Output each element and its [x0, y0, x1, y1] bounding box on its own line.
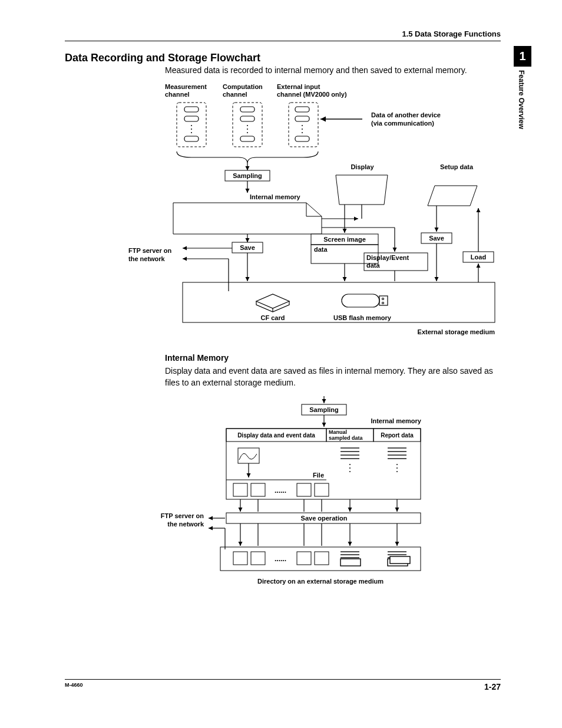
ext-storage-label: External storage medium — [418, 328, 495, 335]
cf-card-icon — [256, 294, 289, 312]
svg-rect-112 — [315, 552, 329, 565]
svg-point-20 — [247, 132, 248, 133]
svg-rect-11 — [240, 136, 254, 141]
svg-point-18 — [247, 125, 248, 126]
ftp2-label: FTP server on — [161, 512, 204, 519]
sampling2-label: Sampling — [309, 406, 339, 413]
svg-rect-58 — [342, 294, 379, 307]
svg-text:the network: the network — [167, 521, 204, 528]
svg-rect-121 — [390, 556, 410, 564]
report-label: Report data — [381, 432, 414, 439]
cf-card-label: CF card — [261, 314, 285, 321]
col-computation-label: Computation — [223, 83, 263, 90]
svg-point-82 — [349, 471, 351, 472]
svg-point-16 — [191, 129, 192, 130]
svg-rect-14 — [295, 136, 309, 141]
svg-rect-12 — [295, 107, 309, 112]
svg-text:sampled data: sampled data — [329, 435, 363, 441]
svg-rect-65 — [226, 429, 421, 499]
svg-rect-109 — [233, 552, 247, 565]
svg-rect-8 — [184, 136, 199, 141]
svg-point-85 — [396, 471, 398, 472]
usb-label: USB flash memory — [333, 314, 392, 321]
internal-memory-body: Display data and event data are saved as… — [165, 365, 501, 389]
svg-point-17 — [191, 132, 192, 133]
svg-point-22 — [302, 129, 303, 130]
page-title: Data Recording and Storage Flowchart — [65, 52, 501, 64]
load-label: Load — [471, 253, 486, 261]
svg-rect-111 — [297, 552, 311, 565]
svg-rect-3 — [177, 103, 206, 147]
svg-rect-88 — [251, 483, 265, 496]
display-label: Display — [351, 163, 374, 170]
svg-point-80 — [349, 464, 351, 465]
save1-label: Save — [240, 244, 255, 251]
col-external-label: External input — [277, 83, 320, 90]
svg-rect-5 — [289, 103, 318, 147]
svg-point-81 — [349, 467, 351, 469]
header-section: 1.5 Data Storage Functions — [65, 29, 501, 41]
dots1-label: ...... — [275, 486, 286, 495]
footer-left: M-4660 — [65, 682, 83, 691]
display-event2-label: Display data and event data — [237, 432, 315, 439]
dots2-label: ...... — [275, 555, 286, 563]
save-op-label: Save operation — [301, 515, 348, 522]
flowchart-1: Measurement channel Computation channel … — [65, 82, 501, 341]
svg-rect-6 — [184, 107, 199, 112]
svg-rect-13 — [295, 116, 309, 121]
usb-icon — [342, 294, 388, 307]
data-of-another-label: Data of another device — [371, 111, 441, 118]
svg-rect-110 — [251, 552, 265, 565]
flowchart-2: Sampling Internal memory Display data an… — [65, 396, 501, 597]
manual-label: Manual — [329, 429, 347, 435]
sampling-label: Sampling — [233, 172, 262, 179]
ftp-label-1: FTP server on — [128, 247, 171, 254]
display-event-label: Display/Event — [366, 254, 409, 261]
svg-point-83 — [396, 464, 398, 465]
svg-rect-116 — [340, 559, 361, 566]
svg-text:channel (MV2000 only): channel (MV2000 only) — [277, 91, 347, 98]
internal-memory-heading: Internal Memory — [165, 353, 501, 363]
svg-point-61 — [382, 302, 384, 304]
svg-text:data: data — [314, 246, 328, 253]
intro-text: Measured data is recorded to internal me… — [165, 65, 501, 75]
svg-point-23 — [302, 132, 303, 133]
svg-rect-9 — [240, 107, 254, 112]
svg-rect-89 — [297, 483, 311, 496]
chapter-tab: 1 Feature Overview — [514, 46, 531, 146]
svg-rect-10 — [240, 116, 254, 121]
chapter-title: Feature Overview — [514, 70, 525, 129]
svg-point-21 — [302, 125, 303, 126]
svg-point-19 — [247, 129, 248, 130]
col-measurement-label: Measurement — [165, 83, 207, 90]
svg-rect-7 — [184, 116, 199, 121]
svg-point-15 — [191, 125, 192, 126]
footer-right: 1-27 — [484, 682, 501, 691]
svg-text:channel: channel — [223, 91, 247, 98]
svg-text:the network: the network — [128, 255, 166, 262]
internal-memory-label: Internal memory — [250, 193, 300, 200]
svg-text:channel: channel — [165, 91, 190, 98]
svg-text:data: data — [366, 262, 381, 269]
internal-memory2-label: Internal memory — [371, 417, 421, 424]
svg-point-60 — [382, 298, 384, 300]
chapter-number: 1 — [514, 46, 531, 67]
directory-label: Directory on an external storage medium — [257, 578, 384, 585]
file-label: File — [313, 472, 324, 479]
svg-rect-4 — [233, 103, 262, 147]
setup-data-label: Setup data — [440, 163, 474, 170]
svg-rect-90 — [315, 483, 329, 496]
svg-text:(via communication): (via communication) — [371, 120, 434, 127]
save2-label: Save — [429, 235, 444, 242]
screen-image-label: Screen image — [323, 236, 366, 243]
svg-rect-87 — [233, 483, 247, 496]
svg-point-84 — [396, 467, 398, 469]
page-footer: M-4660 1-27 — [65, 679, 501, 691]
